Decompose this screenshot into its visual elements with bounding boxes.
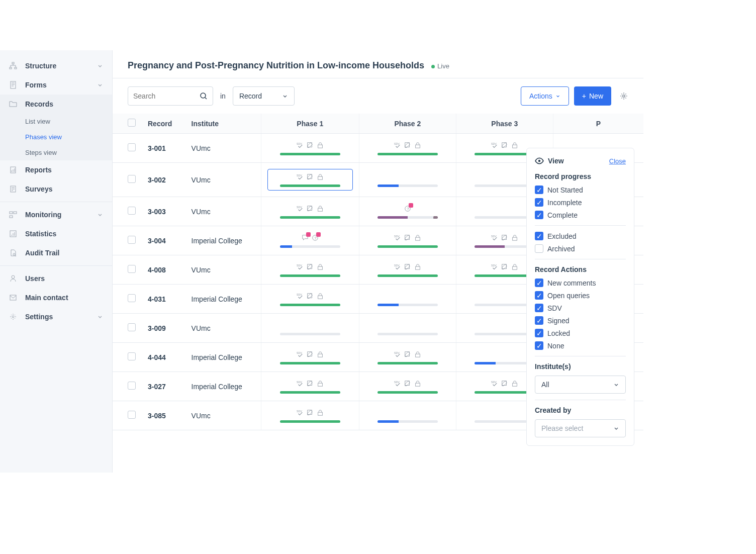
row-checkbox[interactable] (128, 207, 136, 215)
row-checkbox[interactable] (128, 294, 136, 302)
svg-point-15 (623, 95, 625, 98)
svg-text:SDV: SDV (297, 264, 302, 267)
filter-signed[interactable]: ✓Signed (535, 316, 626, 325)
filter-complete[interactable]: ✓Complete (535, 211, 626, 219)
filter-sdv[interactable]: ✓SDV (535, 304, 626, 312)
svg-rect-37 (416, 237, 420, 240)
sdv-icon: SDV (297, 142, 304, 149)
nav-reports[interactable]: Reports (0, 160, 112, 179)
row-checkbox[interactable] (128, 143, 136, 151)
phase-cell[interactable]: SDV (359, 255, 456, 285)
chevron-down-icon (282, 93, 288, 99)
gear-icon (9, 312, 18, 321)
phase-cell[interactable] (359, 163, 456, 197)
filter-label: Not Started (547, 186, 583, 194)
phase-cell[interactable]: ? (261, 226, 359, 255)
phase-cell[interactable]: SDV (359, 134, 456, 163)
nav-label: Statistics (25, 230, 56, 238)
filter-open-queries[interactable]: ✓Open queries (535, 291, 626, 300)
svg-point-10 (13, 253, 15, 255)
sign-icon (404, 142, 411, 149)
phase-cell[interactable]: SDV (261, 372, 359, 401)
comment-icon (302, 234, 309, 241)
phase-cell[interactable]: SDV (261, 134, 359, 163)
filter-new-comments[interactable]: ✓New comments (535, 279, 626, 287)
button-label: New (589, 92, 603, 100)
svg-text:SDV: SDV (297, 174, 302, 177)
institutes-select[interactable]: All (535, 376, 626, 394)
phase-cell[interactable]: SDV (359, 372, 456, 401)
nav-structure[interactable]: Structure (0, 56, 112, 75)
filter-excluded[interactable]: ✓Excluded (535, 232, 626, 240)
nav-phases-view[interactable]: Phases view (0, 129, 112, 145)
record-id: 3-085 (148, 412, 166, 420)
scope-select[interactable]: Record (233, 86, 295, 106)
phase-cell[interactable]: SDV (261, 255, 359, 285)
plus-icon: + (582, 92, 586, 100)
svg-rect-70 (318, 412, 322, 415)
col-phase-2[interactable]: Phase 2 (359, 114, 456, 134)
phase-cell[interactable]: SDV (261, 343, 359, 372)
row-checkbox[interactable] (128, 411, 136, 419)
nav-monitoring[interactable]: Monitoring (0, 205, 112, 224)
nav-statistics[interactable]: Statistics (0, 224, 112, 243)
col-phase-1[interactable]: Phase 1 (261, 114, 359, 134)
phase-cell[interactable] (359, 285, 456, 314)
filter-archived[interactable]: Archived (535, 244, 626, 253)
row-checkbox[interactable] (128, 175, 136, 183)
nav-forms[interactable]: Forms (0, 75, 112, 95)
col-phase-3[interactable]: Phase 3 (456, 114, 553, 134)
nav-surveys[interactable]: Surveys (0, 179, 112, 199)
nav-steps-view[interactable]: Steps view (0, 145, 112, 160)
institute-name: VUmc (192, 208, 211, 216)
created-by-select[interactable]: Please select (535, 419, 626, 437)
phase-cell[interactable] (359, 314, 456, 343)
phase-cell[interactable]: SDV (261, 285, 359, 314)
filter-not-started[interactable]: ✓Not Started (535, 186, 626, 194)
settings-gear-button[interactable] (619, 91, 628, 101)
nav-main-contact[interactable]: Main contact (0, 288, 112, 307)
filter-none[interactable]: ✓None (535, 341, 626, 350)
eye-icon (535, 156, 544, 165)
col-phase-4[interactable]: P (553, 114, 643, 134)
phase-cell[interactable] (261, 314, 359, 343)
sdv-icon: SDV (491, 234, 498, 241)
record-id: 4-008 (148, 266, 166, 274)
sign-icon (404, 380, 411, 387)
phase-cell[interactable]: SDV (261, 163, 359, 197)
search-input-wrapper[interactable] (128, 86, 213, 106)
close-filters-button[interactable]: Close (609, 157, 626, 165)
nav-settings[interactable]: Settings (0, 307, 112, 326)
checkbox-icon: ✓ (535, 186, 543, 194)
sign-icon (307, 293, 314, 300)
phase-cell[interactable]: SDV (359, 343, 456, 372)
institute-name: Imperial College (192, 353, 242, 361)
institute-name: VUmc (192, 412, 211, 420)
row-checkbox[interactable] (128, 265, 136, 273)
nav-list-view[interactable]: List view (0, 114, 112, 129)
filter-locked[interactable]: ✓Locked (535, 329, 626, 337)
phase-cell[interactable] (359, 401, 456, 430)
phase-cell[interactable]: SDV (359, 226, 456, 255)
row-checkbox[interactable] (128, 323, 136, 331)
toolbar: in Record Actions + New (113, 78, 643, 114)
col-institute[interactable]: Institute (185, 114, 261, 134)
actions-button[interactable]: Actions (521, 86, 569, 106)
nav-records[interactable]: Records (0, 95, 112, 114)
search-input[interactable] (133, 92, 200, 100)
new-button[interactable]: + New (574, 86, 611, 106)
select-all-checkbox[interactable] (128, 119, 136, 127)
phase-cell[interactable]: ? (359, 197, 456, 226)
record-id: 3-009 (148, 324, 166, 332)
nav-users[interactable]: Users (0, 269, 112, 288)
col-record[interactable]: Record (142, 114, 185, 134)
row-checkbox[interactable] (128, 352, 136, 360)
row-checkbox[interactable] (128, 382, 136, 390)
folder-icon (9, 100, 18, 109)
filter-incomplete[interactable]: ✓Incomplete (535, 198, 626, 207)
nav-audit-trail[interactable]: Audit Trail (0, 243, 112, 262)
phase-cell[interactable]: SDV (261, 401, 359, 430)
phase-cell[interactable]: SDV (261, 197, 359, 226)
sign-icon (501, 142, 508, 149)
row-checkbox[interactable] (128, 236, 136, 244)
